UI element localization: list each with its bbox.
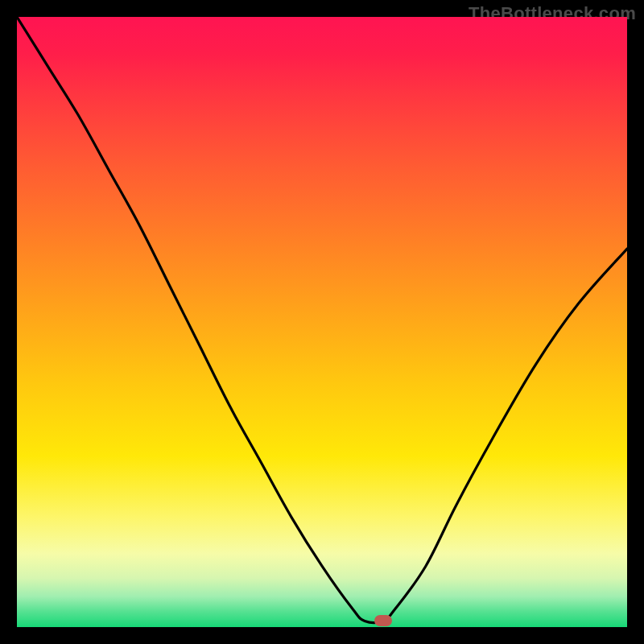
valley-marker [374, 615, 392, 626]
plot-area [17, 17, 627, 627]
bottleneck-curve [17, 17, 627, 627]
chart-frame: TheBottleneck.com [0, 0, 644, 644]
